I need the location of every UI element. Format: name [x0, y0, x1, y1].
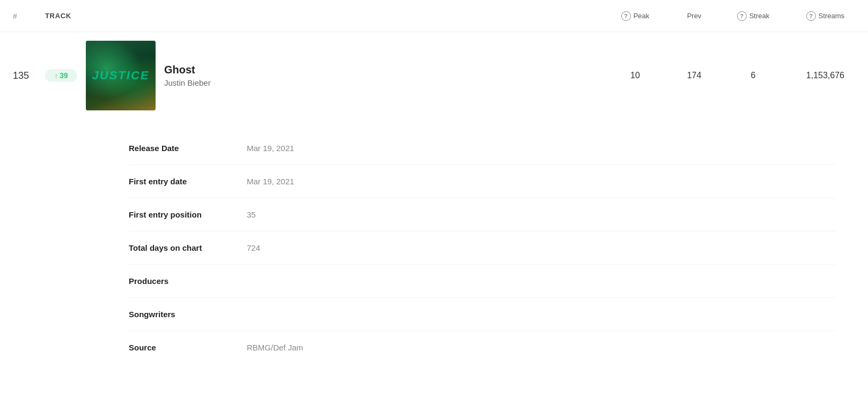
header-right-cols: ? Peak Prev ? Streak ? Streams — [603, 11, 855, 21]
details-panel: Release DateMar 19, 2021First entry date… — [0, 119, 868, 385]
detail-label: Songwriters — [129, 310, 247, 319]
header-prev-label: Prev — [687, 12, 702, 20]
header-hash: # — [13, 12, 45, 20]
track-thumbnail: JUSTICE — [86, 41, 156, 110]
badge-change: 39 — [60, 71, 68, 80]
track-peak: 10 — [603, 71, 667, 80]
streak-help-icon[interactable]: ? — [737, 11, 747, 21]
track-info: Ghost Justin Bieber — [164, 64, 603, 87]
detail-label: First entry date — [129, 177, 247, 186]
track-prev: 174 — [667, 71, 721, 80]
header-prev: Prev — [667, 12, 721, 20]
streams-help-icon[interactable]: ? — [806, 11, 816, 21]
detail-row: First entry position35 — [129, 198, 836, 231]
detail-row: Producers — [129, 265, 836, 298]
track-artist: Justin Bieber — [164, 78, 603, 87]
table-header: # TRACK ? Peak Prev ? Streak ? Streams — [0, 0, 868, 32]
detail-row: SourceRBMG/Def Jam — [129, 331, 836, 364]
detail-value: 724 — [247, 243, 260, 252]
track-stats: 10 174 6 1,153,676 — [603, 71, 855, 80]
detail-value: 35 — [247, 210, 256, 219]
detail-value: Mar 19, 2021 — [247, 144, 294, 153]
track-row[interactable]: 135 ↑ 39 JUSTICE Ghost Justin Bieber 10 … — [0, 32, 868, 119]
detail-label: Producers — [129, 276, 247, 286]
badge-arrow: ↑ — [54, 72, 58, 80]
track-streams: 1,153,676 — [785, 71, 855, 80]
track-position: 135 — [13, 70, 45, 81]
thumbnail-text: JUSTICE — [92, 69, 150, 83]
detail-row: First entry dateMar 19, 2021 — [129, 165, 836, 198]
detail-label: Release Date — [129, 144, 247, 153]
header-peak: ? Peak — [603, 11, 667, 21]
header-streak: ? Streak — [721, 11, 785, 21]
track-streak: 6 — [721, 71, 785, 80]
detail-row: Songwriters — [129, 298, 836, 331]
header-streams-label: Streams — [819, 12, 844, 20]
detail-value: RBMG/Def Jam — [247, 343, 303, 352]
track-change-badge: ↑ 39 — [45, 69, 77, 82]
track-title: Ghost — [164, 64, 603, 76]
header-peak-label: Peak — [634, 12, 650, 20]
header-track: TRACK — [45, 12, 603, 20]
thumbnail-image: JUSTICE — [86, 41, 156, 110]
detail-value: Mar 19, 2021 — [247, 177, 294, 186]
peak-help-icon[interactable]: ? — [621, 11, 631, 21]
detail-label: Source — [129, 343, 247, 352]
detail-row: Total days on chart724 — [129, 231, 836, 265]
detail-label: Total days on chart — [129, 243, 247, 252]
header-streak-label: Streak — [749, 12, 770, 20]
detail-row: Release DateMar 19, 2021 — [129, 132, 836, 165]
header-streams: ? Streams — [785, 11, 855, 21]
detail-label: First entry position — [129, 210, 247, 219]
